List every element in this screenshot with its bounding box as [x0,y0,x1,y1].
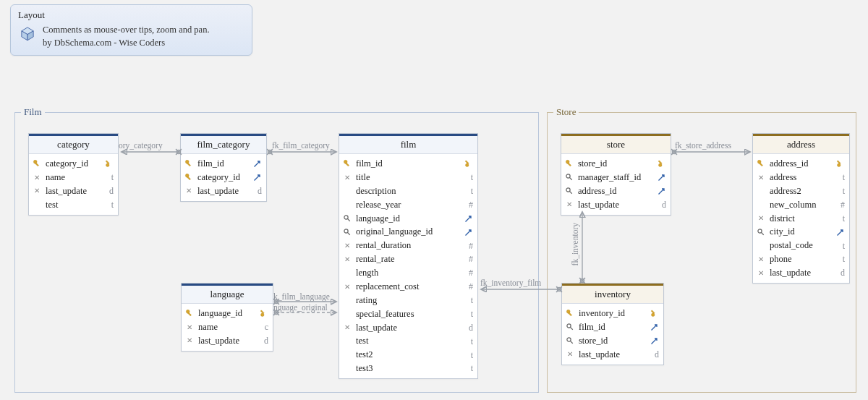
col-type [463,228,473,237]
svg-rect-7 [187,176,191,180]
column-row[interactable]: ratingt [339,294,477,307]
col-type: t [463,171,473,183]
col-icon [184,159,194,168]
col-name: postal_code [770,239,831,252]
col-icon: ✕ [184,323,195,333]
col-icon [564,187,574,195]
svg-line-13 [347,218,349,221]
table-body: inventory_idfilm_idstore_id✕last_updated [562,304,663,365]
column-row[interactable]: ✕replacement_cost# [339,280,477,294]
col-name: last_update [578,199,652,211]
info-text: Comments as mouse-over tips, zoom and pa… [43,24,210,49]
svg-point-22 [659,163,663,167]
column-row[interactable]: ✕last_updated [181,184,266,198]
column-row[interactable]: store_id [561,157,671,171]
column-row[interactable]: test3t [339,362,477,375]
column-row[interactable]: original_language_id [339,225,477,239]
col-type: # [463,240,473,252]
col-icon: ✕ [756,268,766,278]
column-row[interactable]: testt [29,198,118,212]
col-type [252,159,262,168]
column-row[interactable]: ✕last_updated [562,348,663,362]
svg-line-33 [761,232,763,234]
column-row[interactable]: ✕namec [182,320,273,334]
column-row[interactable]: category_id [29,157,118,171]
table-film[interactable]: film film_id✕titletdescriptiontrelease_y… [339,133,478,379]
column-row[interactable]: test2t [339,348,477,362]
column-row[interactable]: ✕phonet [753,252,849,266]
column-row[interactable]: special_featurest [339,307,477,321]
table-film-category[interactable]: film_category film_idcategory_id✕last_up… [180,133,267,202]
table-inventory[interactable]: inventory inventory_idfilm_idstore_id✕la… [561,283,664,365]
col-icon: ✕ [342,323,352,333]
column-row[interactable]: ✕namet [29,171,118,184]
column-row[interactable]: ✕rental_duration# [339,239,477,252]
column-row[interactable]: manager_staff_id [561,171,671,184]
col-name: address_id [770,158,831,170]
column-row[interactable]: ✕last_updated [29,184,118,198]
column-row[interactable]: film_id [339,157,477,171]
svg-point-14 [344,229,348,233]
column-row[interactable]: language_id [339,212,477,226]
column-row[interactable]: film_id [562,320,663,334]
col-icon [564,159,574,168]
col-icon [342,228,352,237]
column-row[interactable]: inventory_id [562,307,663,320]
col-icon: ✕ [756,255,766,265]
col-name: test2 [356,349,459,361]
table-category[interactable]: category category_id✕namet✕last_updatedt… [28,133,119,216]
group-store-label: Store [553,105,579,119]
column-row[interactable]: testt [339,334,477,348]
col-name: last_update [356,322,459,334]
col-name: rental_duration [356,239,459,252]
svg-rect-17 [188,312,192,316]
column-row[interactable]: store_id [562,334,663,348]
table-title: film_category [181,134,266,154]
col-name: test3 [356,362,459,375]
svg-line-25 [569,178,571,180]
col-type: t [835,240,845,252]
table-title: language [182,284,273,304]
column-row[interactable]: ✕districtt [753,212,849,226]
svg-point-24 [566,174,570,178]
column-row[interactable]: release_year# [339,198,477,212]
column-row[interactable]: address2t [753,184,849,198]
col-name: last_update [198,335,255,347]
col-type: # [463,253,473,265]
col-type: d [258,335,268,346]
column-row[interactable]: postal_codet [753,239,849,252]
svg-line-27 [569,192,571,194]
column-row[interactable]: ✕last_updated [753,266,849,280]
col-type [656,173,666,182]
col-icon [565,336,575,345]
column-row[interactable]: address_id [753,157,849,171]
rel-film-category: fk_film_category [272,141,330,150]
column-row[interactable]: film_id [181,157,266,171]
column-row[interactable]: ✕titlet [339,171,477,184]
column-row[interactable]: new_column# [753,198,849,212]
column-row[interactable]: language_id [182,307,273,320]
svg-point-12 [344,216,348,219]
column-row[interactable]: ✕last_updated [182,334,273,348]
column-row[interactable]: ✕last_updated [339,321,477,335]
table-language[interactable]: language language_id✕namec✕last_updated [181,283,273,352]
col-name: district [770,213,831,225]
column-row[interactable]: length# [339,266,477,280]
column-row[interactable]: ✕addresst [753,171,849,184]
col-name: description [356,185,459,197]
table-store[interactable]: store store_idmanager_staff_idaddress_id… [561,133,671,216]
column-row[interactable]: ✕last_updated [561,198,671,212]
column-row[interactable]: city_id [753,225,849,239]
col-name: rental_rate [356,253,459,265]
col-name: city_id [770,226,831,238]
column-row[interactable]: address_id [561,184,671,198]
col-name: length [356,267,459,279]
table-title: category [29,134,118,154]
column-row[interactable]: ✕rental_rate# [339,252,477,266]
info-line1: Comments as mouse-over tips, zoom and pa… [43,24,210,37]
column-row[interactable]: descriptiont [339,184,477,198]
column-row[interactable]: category_id [181,171,266,184]
table-body: language_id✕namec✕last_updated [182,304,273,351]
col-icon: ✕ [342,173,352,183]
table-address[interactable]: address address_id✕addresstaddress2tnew_… [752,133,850,284]
